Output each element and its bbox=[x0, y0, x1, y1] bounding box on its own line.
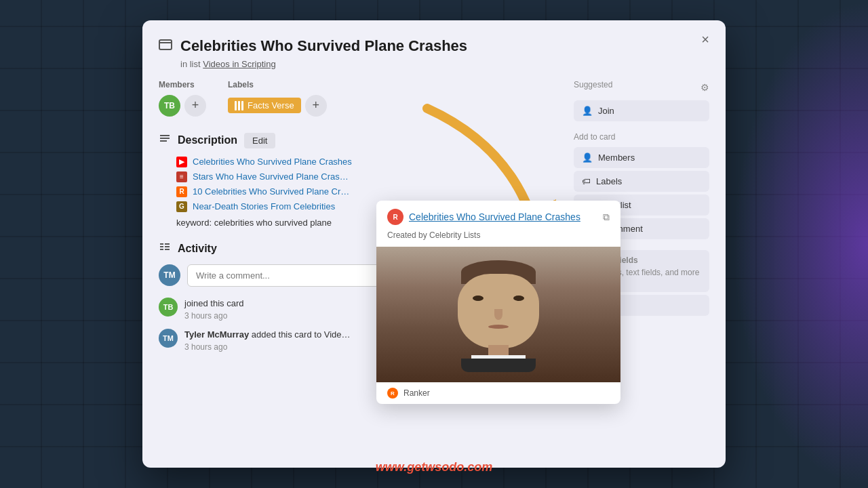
link-preview-creator: Created by Celebrity Lists bbox=[376, 230, 620, 247]
desc-link-1: ▶ Celebrities Who Survived Plane Crashes bbox=[176, 157, 557, 167]
ranker-logo: R bbox=[387, 388, 398, 399]
description-title: Description bbox=[178, 134, 237, 146]
gear-button[interactable]: ⚙ bbox=[701, 82, 709, 93]
join-button[interactable]: 👤 Join bbox=[574, 100, 709, 121]
avatar-tb-activity[interactable]: TB bbox=[159, 298, 178, 317]
labels-list: Facts Verse + bbox=[228, 95, 327, 117]
members-section: Members TB + bbox=[159, 80, 206, 117]
external-link-icon[interactable]: ⧉ bbox=[603, 211, 610, 223]
label-icon bbox=[235, 101, 243, 110]
link-preview-source: Ranker bbox=[403, 388, 430, 398]
edit-description-button[interactable]: Edit bbox=[244, 133, 275, 148]
tag-icon: 🏷 bbox=[582, 176, 591, 186]
youtube-icon: ▶ bbox=[176, 157, 187, 167]
person-icon: 👤 bbox=[582, 106, 593, 116]
desc-link-3: R 10 Celebrities Who Survived Plane Cr… bbox=[176, 186, 557, 197]
avatar-tm-comment[interactable]: TM bbox=[159, 264, 180, 286]
desc-link-text-1[interactable]: Celebrities Who Survived Plane Crashes bbox=[193, 157, 352, 167]
list-link[interactable]: Videos in Scripting bbox=[203, 59, 275, 69]
link-preview-image bbox=[376, 247, 620, 382]
card-icon bbox=[159, 38, 172, 54]
link-preview-popup: R Celebrities Who Survived Plane Crashes… bbox=[376, 201, 620, 404]
watermark: www.getwsodo.com bbox=[376, 460, 492, 474]
add-member-button[interactable]: + bbox=[184, 95, 206, 117]
labels-section: Labels Facts Verse + bbox=[228, 80, 327, 117]
activity-text-1: joined this card 3 hours ago bbox=[184, 298, 243, 321]
avatar-tm-activity[interactable]: TM bbox=[159, 329, 178, 348]
close-button[interactable]: × bbox=[696, 30, 715, 49]
meta-row: Members TB + Labels bbox=[159, 80, 557, 117]
members-label: Members bbox=[159, 80, 206, 89]
grunge-icon: G bbox=[176, 201, 187, 212]
members-list: TB + bbox=[159, 95, 206, 117]
desc-link-text-3[interactable]: 10 Celebrities Who Survived Plane Cr… bbox=[193, 186, 349, 197]
suggested-header: Suggested ⚙ bbox=[574, 80, 709, 95]
labels-label: Labels bbox=[228, 80, 327, 89]
avatar-tb[interactable]: TB bbox=[159, 95, 180, 117]
link-preview-title-text[interactable]: Celebrities Who Survived Plane Crashes bbox=[409, 211, 580, 222]
members-add-button[interactable]: 👤 Members bbox=[574, 147, 709, 168]
card-subtitle: in list Videos in Scripting bbox=[180, 59, 467, 69]
add-label-button[interactable]: + bbox=[305, 95, 327, 117]
link-preview-title-row: R Celebrities Who Survived Plane Crashes bbox=[387, 209, 580, 225]
suggested-section: Suggested ⚙ 👤 Join bbox=[574, 80, 709, 121]
desc-link-2: ≡ Stars Who Have Survived Plane Cras… bbox=[176, 171, 557, 182]
desc-link-text-2[interactable]: Stars Who Have Survived Plane Cras… bbox=[193, 171, 349, 182]
list-icon: ≡ bbox=[176, 171, 187, 182]
desc-link-text-4[interactable]: Near-Death Stories From Celebrities bbox=[193, 201, 335, 211]
description-header: Description Edit bbox=[159, 133, 557, 148]
label-facts-verse[interactable]: Facts Verse bbox=[228, 98, 301, 113]
labels-add-button[interactable]: 🏷 Labels bbox=[574, 171, 709, 192]
card-title: Celebrities Who Survived Plane Crashes bbox=[180, 37, 467, 56]
activity-title: Activity bbox=[178, 243, 217, 255]
label-text: Facts Verse bbox=[248, 100, 294, 110]
link-preview-footer: R Ranker bbox=[376, 382, 620, 404]
svg-rect-0 bbox=[159, 40, 172, 49]
activity-icon bbox=[159, 241, 171, 256]
members-icon: 👤 bbox=[582, 152, 593, 163]
activity-text-2: Tyler McMurray added this card to Vide… … bbox=[184, 329, 351, 352]
modal-header: Celebrities Who Survived Plane Crashes i… bbox=[159, 37, 709, 69]
link-preview-site-icon: R bbox=[387, 209, 403, 225]
description-icon bbox=[159, 133, 171, 148]
ranker-icon: R bbox=[176, 186, 187, 197]
link-preview-header: R Celebrities Who Survived Plane Crashes… bbox=[376, 201, 620, 230]
